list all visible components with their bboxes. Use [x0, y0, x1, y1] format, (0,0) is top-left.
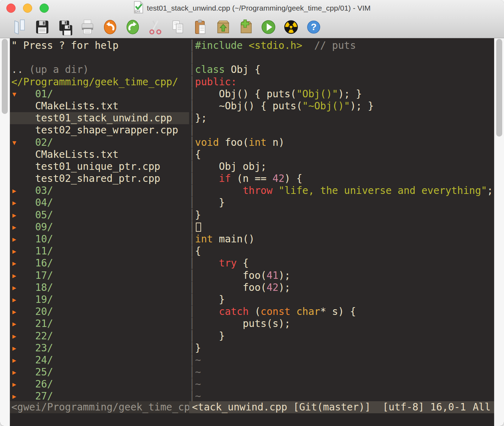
status-gap2	[424, 401, 430, 413]
code-line[interactable]: │ }	[189, 197, 494, 209]
tree-dir-25[interactable]: ▸ 25/	[10, 366, 189, 378]
status-encoding: [utf-8]	[382, 401, 424, 413]
copy-button[interactable]	[169, 18, 187, 36]
run-script-button[interactable]	[259, 18, 277, 36]
code-line[interactable]: │ ~Obj() { puts("~Obj()"); }	[189, 100, 494, 112]
save-session-button[interactable]	[237, 18, 255, 36]
statusline-active: <tack_unwind.cpp [Git(master)] [utf-8] 1…	[189, 401, 494, 413]
redo-icon	[124, 19, 141, 35]
code-line[interactable]: │ Obj obj;	[189, 161, 494, 173]
undo-icon	[102, 19, 118, 35]
print-icon	[79, 19, 96, 35]
tree-dir-18[interactable]: ▸ 18/	[10, 282, 189, 294]
minimize-button[interactable]	[23, 4, 32, 13]
cut-icon	[147, 19, 164, 35]
code-line[interactable]: │{	[189, 245, 494, 257]
tree-file-test02_shape_wrapper.cpp[interactable]: test02_shape_wrapper.cpp	[10, 124, 189, 136]
code-line[interactable]: │	[189, 124, 494, 136]
tree-dir-16[interactable]: ▸ 16/	[10, 257, 189, 269]
open-button[interactable]	[11, 18, 29, 36]
tree-dir-19[interactable]: ▸ 19/	[10, 294, 189, 306]
window-title: test01_stack_unwind.cpp (~/Programming/g…	[147, 4, 370, 12]
tree-file-CMakeLists.txt[interactable]: CMakeLists.txt	[10, 100, 189, 112]
tree-dir-21[interactable]: ▸ 21/	[10, 318, 189, 330]
tree-file-CMakeLists.txt[interactable]: CMakeLists.txt	[10, 149, 189, 161]
traffic-lights	[6, 4, 49, 13]
statusline: <gwei/Programming/geek_time_cpp <tack_un…	[10, 401, 494, 413]
code-line[interactable]: │#include <stdio.h> // puts	[189, 40, 494, 52]
cut-button[interactable]	[146, 18, 164, 36]
tree-up-a-dir[interactable]: .. (up a dir)	[10, 64, 189, 76]
tree-dir-22[interactable]: ▸ 22/	[10, 330, 189, 342]
code-scrollbar-thumb[interactable]	[496, 39, 502, 137]
help-icon: ?	[305, 19, 322, 35]
vim-cursor	[196, 223, 201, 232]
code-line[interactable]: │ Obj() { puts("Obj()"); }	[189, 88, 494, 100]
tree-file-test01_stack_unwind.cpp[interactable]: test01_stack_unwind.cpp	[10, 112, 189, 124]
empty-buffer-line: │~	[189, 390, 494, 401]
tree-file-test02_shared_ptr.cpp[interactable]: test02_shared_ptr.cpp	[10, 173, 189, 185]
tree-dir-03[interactable]: ▸ 03/	[10, 185, 189, 197]
save-all-button[interactable]	[56, 18, 74, 36]
command-line-area[interactable]	[10, 413, 494, 426]
zoom-button[interactable]	[40, 4, 49, 13]
tree-dir-24[interactable]: ▸ 24/	[10, 354, 189, 366]
nerdtree-pane: " Press ? for help.. (up a dir)</Program…	[10, 38, 189, 401]
print-button[interactable]	[78, 18, 96, 36]
tree-help-line[interactable]: " Press ? for help	[10, 40, 189, 52]
code-line[interactable]: │	[189, 221, 494, 233]
status-cursor-position: 16,0-1	[430, 401, 466, 413]
code-line[interactable]: │ }	[189, 294, 494, 306]
make-button[interactable]	[282, 18, 300, 36]
code-line[interactable]: │}	[189, 342, 494, 354]
code-line[interactable]: │ if (n == 42) {	[189, 173, 494, 185]
code-line[interactable]: │void foo(int n)	[189, 137, 494, 149]
load-session-button[interactable]	[214, 18, 232, 36]
code-line[interactable]: │}	[189, 209, 494, 221]
code-scrollbar[interactable]	[494, 38, 504, 426]
open-icon	[11, 19, 28, 35]
code-line[interactable]: │ foo(42);	[189, 282, 494, 294]
code-line[interactable]: │class Obj {	[189, 64, 494, 76]
close-button[interactable]	[6, 4, 16, 13]
tree-dir-20[interactable]: ▸ 20/	[10, 306, 189, 318]
redo-button[interactable]	[124, 18, 142, 36]
empty-buffer-line: │~	[189, 354, 494, 366]
tree-root-path[interactable]: </Programming/geek_time_cpp/	[10, 76, 189, 88]
code-line[interactable]: │ throw "life, the universe and everythi…	[189, 185, 494, 197]
undo-button[interactable]	[101, 18, 119, 36]
tree-dir-02[interactable]: ▾ 02/	[10, 137, 189, 149]
tree-scrollbar-thumb[interactable]	[2, 39, 8, 114]
tree-dir-04[interactable]: ▸ 04/	[10, 197, 189, 209]
tree-dir-05[interactable]: ▸ 05/	[10, 209, 189, 221]
tree-file-test01_unique_ptr.cpp[interactable]: test01_unique_ptr.cpp	[10, 161, 189, 173]
paste-button[interactable]	[192, 18, 210, 36]
tree-dir-01[interactable]: ▾ 01/	[10, 88, 189, 100]
tree-dir-26[interactable]: ▸ 26/	[10, 378, 189, 390]
code-line[interactable]: │ foo(41);	[189, 270, 494, 282]
code-line[interactable]: │ puts(s);	[189, 318, 494, 330]
save-button[interactable]	[33, 18, 51, 36]
tree-dir-11[interactable]: ▸ 11/	[10, 245, 189, 257]
editor-content: " Press ? for help.. (up a dir)</Program…	[0, 38, 504, 426]
code-line[interactable]: │	[189, 52, 494, 64]
empty-buffer-line: │~	[189, 366, 494, 378]
tree-dir-10[interactable]: ▸ 10/	[10, 233, 189, 245]
code-line[interactable]: │};	[189, 112, 494, 124]
make-icon	[283, 19, 299, 35]
tree-dir-23[interactable]: ▸ 23/	[10, 342, 189, 354]
help-button[interactable]: ?	[305, 18, 323, 36]
code-line[interactable]: │ }	[189, 330, 494, 342]
code-line[interactable]: │ catch (const char* s) {	[189, 306, 494, 318]
code-line[interactable]: │{	[189, 149, 494, 161]
code-line[interactable]: │int main()	[189, 233, 494, 245]
code-pane: │#include <stdio.h> // puts││class Obj {…	[189, 38, 494, 401]
toolbar: ?	[0, 16, 504, 38]
window-chrome: C++ test01_stack_unwind.cpp (~/Programmi…	[0, 0, 504, 38]
tree-scrollbar[interactable]	[0, 38, 10, 426]
tree-dir-17[interactable]: ▸ 17/	[10, 270, 189, 282]
tree-dir-27[interactable]: ▸ 27/	[10, 390, 189, 401]
tree-dir-09[interactable]: ▸ 09/	[10, 221, 189, 233]
code-line[interactable]: │ try {	[189, 257, 494, 269]
code-line[interactable]: │public:	[189, 76, 494, 88]
